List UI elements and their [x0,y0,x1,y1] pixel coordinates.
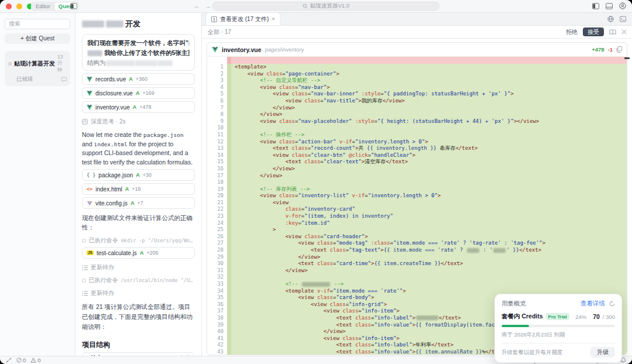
quest-list-item[interactable]: 贴现计算器开发 13分钟 已就绪 [5,51,70,86]
code-line: 25 > [207,226,627,233]
update-todo-row[interactable]: 更新待办 [82,289,195,297]
code-line: 12 <view class="action-bar" v-if="invent… [207,139,627,146]
diff-file-header[interactable]: inventory.vue pages/inventory +478 -1 [207,43,627,57]
diff-icon [211,16,217,22]
browser-preview-icon[interactable] [607,16,614,22]
quest-sidebar: + 创建 Quest 贴现计算器开发 13分钟 已就绪 [0,13,75,356]
open-book-icon[interactable] [609,29,616,35]
file-chip-test-calculate.js[interactable]: JStest-calculate.jsA+205 [82,247,195,259]
file-chip-records.vue[interactable]: records.vueA+360 [82,73,195,85]
close-window-icon[interactable] [6,4,12,9]
line-number: 27 [207,240,227,247]
search-input[interactable] [5,19,70,29]
code-line: 23 v-for="(item, index) in inventory" [207,213,627,220]
line-number: 12 [207,139,227,146]
accept-button[interactable]: 接受 [583,28,604,36]
deep-think-icon [82,119,88,125]
code-line: 16 </view> [207,166,627,173]
nav-back-icon[interactable]: ← [194,2,200,9]
checklist-icon [82,265,88,270]
line-number: 2 [207,71,227,78]
account-icon[interactable] [619,2,626,9]
line-number: 36 [207,301,227,308]
vue-file-icon [87,91,92,96]
sidebar-toggle-icon[interactable] [70,3,77,9]
line-number: 18 [207,179,227,186]
tab-view-changes[interactable]: 查看更改 (17 文件) × [205,12,281,25]
file-chip-inventory.vue[interactable]: inventory.vueA+478 [82,101,195,113]
line-number: 37 [207,308,227,315]
nav-forward-icon[interactable]: → [205,2,211,9]
line-number: 32 [207,274,227,281]
executed-command-row[interactable]: 已执行命令 /usr/local/bin/node "/Users/yqq/Wo… [82,276,195,284]
code-line: 17 </view> [207,173,627,180]
code-line: 9 <view class="nav-placeholder" :style="… [207,118,627,125]
warning-count: 0 [37,357,40,363]
remote-icon[interactable] [6,358,12,363]
line-number: 20 [207,193,227,200]
update-todo-row[interactable]: 更新待办 [82,263,195,272]
credits-used: 70 [593,313,600,320]
assistant-summary: 所有 21 项计算公式测试全部通过。项目已创建完成，下面是完整的项目结构和功能说… [82,302,195,332]
view-details-link[interactable]: 查看详情 [581,300,605,308]
quest-item-status: 已就绪 [16,75,61,83]
project-search-bar[interactable]: 贴现速算器V1.0 [212,2,439,11]
file-chip-package.json[interactable]: { }package.jsonA+30 [82,169,195,181]
redacted-text [82,20,104,28]
copy-icon[interactable] [616,46,622,53]
line-number: 13 [207,145,227,152]
diff-toolbar: 全部 · 17 拒绝 接受 [202,26,632,39]
line-number: 41 [207,335,227,342]
project-title: 贴现速算器V1.0 [310,2,349,10]
line-number: 29 [207,254,227,261]
chat-title: 开发 [82,19,195,29]
line-number: 4 [207,84,227,91]
deep-think-row[interactable]: 深度思考 · 2s [82,118,195,126]
close-tab-icon[interactable]: × [272,16,275,22]
html-file-icon: <> [87,186,92,192]
panel-bottom-icon[interactable] [606,2,613,9]
code-line: 20 <view class="inventory-list" v-if="in… [207,193,627,200]
executed-command-row[interactable]: 已执行命令 mkdir -p "/Users/yqq/Works/Project… [82,236,195,245]
code-line: 30 <text class="card-time">{{ item.creat… [207,260,627,267]
lines-added: +478 [592,46,604,53]
file-chip-vite.config.js[interactable]: vite.config.jsA+7 [82,197,195,209]
window-controls[interactable] [6,4,33,9]
errors-indicator[interactable]: 0 [16,357,26,363]
file-chip-index.html[interactable]: <>index.htmlA+18 [82,183,195,195]
user-message-line: 结构为 [87,58,190,68]
tab-editor[interactable]: Editor [32,2,54,11]
file-chip-group: JStest-calculate.jsA+205 [82,247,195,259]
panel-left-icon[interactable] [592,2,599,9]
collapse-all-icon[interactable] [621,29,627,35]
line-number: 19 [207,186,227,193]
line-number: 15 [207,159,227,166]
reject-button[interactable]: 拒绝 [566,28,578,36]
upgrade-button[interactable]: 升级 [590,347,615,358]
create-quest-button[interactable]: + 创建 Quest [5,33,70,44]
code-line: 2 <view class="page-container"> [207,71,627,78]
tab-label: 查看更改 (17 文件) [220,15,269,23]
terminal-panel-icon[interactable] [620,16,626,22]
redacted-text [135,60,157,66]
chat-title-suffix: 开发 [125,19,140,29]
scrollbar-marker[interactable] [624,57,630,59]
file-chip-disclosure.vue[interactable]: disclosure.vueA+169 [82,87,195,99]
code-line: 4 <view class="nav-bar"> [207,84,627,91]
refresh-icon[interactable] [609,301,615,307]
assistant-paragraph: 现在创建测试文件来验证计算公式的正确性： [82,214,195,232]
editor-tabbar: 查看更改 (17 文件) × [202,13,632,26]
line-number: 38 [207,315,227,322]
code-line: 13 <text class="record-count">共 {{ inven… [207,145,627,152]
code-line: 7 </view> [207,105,627,112]
line-number: 1 [207,64,227,71]
redacted-text [87,50,102,56]
code-line: 31 </view> [207,267,627,274]
code-line: 6 <view class="nav-title">我的库存</view> [207,98,627,105]
code-line: 29 </view> [207,254,627,261]
diff-file-path: pages/inventory [265,46,304,53]
upgrade-hint: 升级套餐以提升每月额度 [502,349,590,356]
minimize-window-icon[interactable] [16,4,22,9]
code-line: 33 <!-- --> [207,281,627,288]
warnings-indicator[interactable]: 0 [30,357,40,363]
